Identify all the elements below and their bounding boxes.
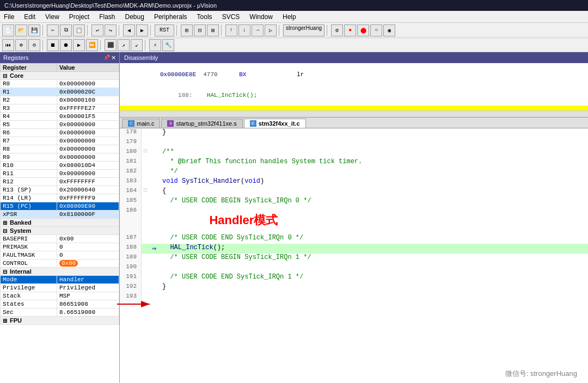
tab-icon-startup: S <box>167 120 174 127</box>
sep1 <box>42 25 45 36</box>
code-line-192: 192 } <box>120 283 588 293</box>
tb-dbg1[interactable]: ⊞ <box>181 24 193 36</box>
menu-edit[interactable]: Edit <box>22 13 37 21</box>
menu-svcs[interactable]: SVCS <box>220 13 242 21</box>
reg-r3: R30xFFFFFE27 <box>1 104 119 113</box>
tab-main-c[interactable]: C main.c <box>122 119 160 128</box>
menu-peripherals[interactable]: Peripherals <box>152 13 189 21</box>
menu-tools[interactable]: Tools <box>195 13 214 21</box>
sep8 <box>327 25 329 36</box>
sep4 <box>150 25 152 36</box>
reg-r8: R80x00000000 <box>1 145 119 153</box>
menu-view[interactable]: View <box>44 13 61 21</box>
tb2-9[interactable]: ↗ <box>118 39 130 51</box>
tb-cut[interactable]: ✂ <box>47 24 59 36</box>
main-area: Registers 📌 ✕ Register Value ⊟ Core <box>0 52 588 383</box>
sep11 <box>145 40 147 51</box>
tb-save[interactable]: 💾 <box>28 24 40 36</box>
reg-r0: R00x00000000 <box>1 80 119 88</box>
sep2 <box>87 25 89 36</box>
disasm-line-2: 188: HAL_IncTick(); <box>120 85 588 106</box>
tb-open[interactable]: 📂 <box>15 24 27 36</box>
code-line-187: 187 /* USER CODE END SysTick_IRQn 0 */ <box>120 234 588 244</box>
tb-dbg2[interactable]: ⊟ <box>194 24 206 36</box>
registers-table: Register Value ⊟ Core R00x00000000 R10x0… <box>0 63 119 383</box>
tb-fwd[interactable]: ▶ <box>136 24 148 36</box>
tb2-11[interactable]: ⚡ <box>149 39 161 51</box>
tab-label-it: stm32f4xx_it.c <box>259 120 300 127</box>
reg-xpsr: xPSR0x8100000F <box>1 211 119 219</box>
right-panel: Disassembly 0x08000E8E 4770 BX lr 188: H… <box>120 52 588 383</box>
col-value: Value <box>57 64 119 72</box>
tb-build[interactable]: RST <box>155 24 174 36</box>
reg-states: States86651908 <box>1 300 119 308</box>
code-line-178: 178 } <box>120 128 588 138</box>
tb-dbg3[interactable]: ⊠ <box>207 24 219 36</box>
toolbar-2: ⏮ ⊕ ⊖ ⏹ ⏺ ▶ ⏩ ⬛ ↗ ↙ ⚡ 🔧 <box>0 38 588 52</box>
disassembly-content: 0x08000E8E 4770 BX lr 188: HAL_IncTick()… <box>120 63 588 110</box>
code-line-184: 184 □ { <box>120 187 588 197</box>
reg-mode: Mode Handler <box>1 276 119 284</box>
tb-step-in[interactable]: ↓ <box>238 24 250 36</box>
tb-run[interactable]: ▷ <box>265 24 277 36</box>
tb-redo[interactable]: ↪ <box>105 24 117 36</box>
code-area: C main.c S startup_stm32f411xe.s C stm32… <box>120 118 588 383</box>
tb2-5[interactable]: ⏺ <box>60 39 72 51</box>
tb-r3[interactable]: ◉ <box>383 24 395 36</box>
code-line-182: 182 */ <box>120 168 588 177</box>
code-line-183: 183 void SysTick_Handler(void) <box>120 177 588 187</box>
tb-username[interactable]: strongerHuang <box>283 24 324 36</box>
tb-new[interactable]: 📄 <box>2 24 14 36</box>
menu-debug[interactable]: Debug <box>124 13 146 21</box>
reg-pin-icon[interactable]: 📌 <box>103 54 110 61</box>
code-line-186: 186 Handler模式 <box>120 207 588 234</box>
tb-back[interactable]: ◀ <box>123 24 135 36</box>
tb-copy[interactable]: ⧉ <box>60 24 72 36</box>
sep9 <box>42 40 45 51</box>
control-value: 0x00 <box>59 260 78 267</box>
menu-file[interactable]: File <box>2 13 16 21</box>
code-line-180: 180 □ /** <box>120 148 588 158</box>
reg-r10: R100x080010D4 <box>1 162 119 170</box>
disassembly-panel: Disassembly 0x08000E8E 4770 BX lr 188: H… <box>120 52 588 118</box>
code-line-181: 181 * @brief This function handles Syste… <box>120 158 588 168</box>
reg-r13: R13 (SP)0x20000640 <box>1 186 119 194</box>
tb-record[interactable]: ⬤ <box>357 24 369 36</box>
tab-startup[interactable]: S startup_stm32f411xe.s <box>161 119 242 128</box>
tb-target[interactable]: ⚙ <box>331 24 343 36</box>
disasm-scrollbar[interactable] <box>120 110 588 117</box>
tb2-8[interactable]: ⬛ <box>105 39 117 51</box>
reg-close-icon[interactable]: ✕ <box>111 54 116 61</box>
tb-paste[interactable]: 📋 <box>73 24 85 36</box>
col-register: Register <box>1 64 57 72</box>
tb2-10[interactable]: ↙ <box>131 39 143 51</box>
sep5 <box>176 25 179 36</box>
code-line-190: 190 <box>120 263 588 273</box>
code-line-179: 179 <box>120 138 588 148</box>
tb-step-over[interactable]: → <box>252 24 264 36</box>
tb-r2[interactable]: ○ <box>370 24 382 36</box>
tb2-2[interactable]: ⊕ <box>15 39 27 51</box>
reg-faultmask: FAULTMASK0 <box>1 251 119 260</box>
reg-primask: PRIMASK0 <box>1 243 119 251</box>
menu-help[interactable]: Help <box>281 13 298 21</box>
menu-window[interactable]: Window <box>248 13 274 21</box>
code-line-191: 191 /* USER CODE END SysTick_IRQn 1 */ <box>120 273 588 283</box>
tb-undo[interactable]: ↩ <box>91 24 103 36</box>
tb2-6[interactable]: ▶ <box>73 39 85 51</box>
tab-stm32-it[interactable]: C stm32f4xx_it.c <box>244 119 306 128</box>
sep7 <box>279 25 281 36</box>
tb-stop[interactable]: ● <box>344 24 356 36</box>
code-editor[interactable]: 178 } 179 180 □ /** <box>120 128 588 383</box>
menu-project[interactable]: Project <box>68 13 91 21</box>
reg-r5: R50x00000000 <box>1 121 119 129</box>
tb2-3[interactable]: ⊖ <box>28 39 40 51</box>
group-internal: ⊟ Internal <box>1 268 119 276</box>
title-text: C:\Users\strongerHuang\Desktop\Test\Demo… <box>4 2 217 9</box>
tb-step-out[interactable]: ↑ <box>225 24 237 36</box>
tb2-1[interactable]: ⏮ <box>2 39 14 51</box>
tb2-4[interactable]: ⏹ <box>47 39 59 51</box>
menu-flash[interactable]: Flash <box>97 13 117 21</box>
tb2-12[interactable]: 🔧 <box>162 39 174 51</box>
tb2-7[interactable]: ⏩ <box>86 39 98 51</box>
